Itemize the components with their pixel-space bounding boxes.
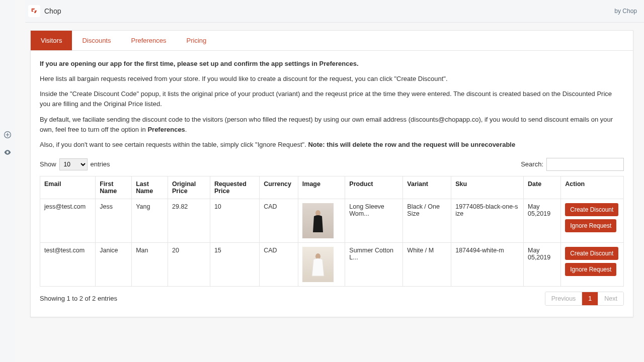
intro-line2: Here lists all bargain requests received…: [40, 74, 624, 84]
cell-currency: CAD: [260, 199, 298, 242]
intro-text: If you are opening our app for the first…: [40, 59, 624, 150]
showing-text: Showing 1 to 2 of 2 entries: [40, 295, 117, 302]
table-row: test@test.com Janice Man 20 15 CAD Summe…: [40, 242, 624, 286]
col-variant[interactable]: Variant: [403, 176, 451, 199]
view-icon[interactable]: [4, 148, 12, 158]
cell-variant: White / M: [403, 242, 451, 286]
tab-discounts[interactable]: Discounts: [72, 31, 121, 50]
col-first-name[interactable]: First Name: [96, 176, 132, 199]
col-requested-price[interactable]: Requested Price: [210, 176, 259, 199]
col-image[interactable]: Image: [298, 176, 345, 199]
panel-body: If you are opening our app for the first…: [31, 51, 633, 317]
col-currency[interactable]: Currency: [260, 176, 298, 199]
show-label: Show: [40, 160, 56, 168]
create-discount-button[interactable]: Create Discount: [565, 247, 618, 260]
tabs: Visitors Discounts Preferences Pricing: [31, 31, 633, 51]
col-email[interactable]: Email: [40, 176, 96, 199]
pager: Previous 1 Next: [545, 292, 624, 306]
cell-variant: Black / One Size: [403, 199, 451, 242]
entries-label: entries: [91, 160, 110, 168]
cell-date: May 05,2019: [523, 242, 560, 286]
col-sku[interactable]: Sku: [451, 176, 524, 199]
cell-product: Long Sleeve Wom...: [345, 199, 403, 242]
page-size-select[interactable]: 10 25 50 100: [59, 158, 88, 170]
product-thumb: [302, 247, 334, 282]
cell-last-name: Yang: [132, 199, 168, 242]
app-title: Chop: [44, 7, 61, 15]
intro-line3: Inside the "Create Discount Code" popup,…: [40, 89, 624, 109]
product-thumb: [302, 203, 334, 238]
app-badge-icon: [28, 5, 40, 17]
app-byline: by Chop: [614, 8, 637, 15]
pager-page-1[interactable]: 1: [582, 292, 598, 305]
cell-product: Summer Cotton L...: [345, 242, 403, 286]
cell-sku: 19774085-black-one-size: [451, 199, 524, 242]
add-icon[interactable]: [4, 131, 12, 140]
table-footer: Showing 1 to 2 of 2 entries Previous 1 N…: [40, 292, 624, 306]
table-row: jess@test.com Jess Yang 29.82 10 CAD Lon…: [40, 199, 624, 242]
cell-last-name: Man: [132, 242, 168, 286]
col-date[interactable]: Date: [523, 176, 560, 199]
search-label: Search:: [521, 160, 543, 168]
left-rail: [0, 0, 15, 362]
cell-email: jess@test.com: [40, 199, 96, 242]
cell-date: May 05,2019: [523, 199, 560, 242]
cell-first-name: Janice: [96, 242, 132, 286]
col-original-price[interactable]: Original Price: [168, 176, 210, 199]
col-last-name[interactable]: Last Name: [132, 176, 168, 199]
col-action[interactable]: Action: [561, 176, 624, 199]
create-discount-button[interactable]: Create Discount: [565, 203, 618, 216]
cell-original-price: 29.82: [168, 199, 210, 242]
cell-email: test@test.com: [40, 242, 96, 286]
cell-image: [298, 242, 345, 286]
col-product[interactable]: Product: [345, 176, 403, 199]
cell-image: [298, 199, 345, 242]
search-input[interactable]: [546, 158, 624, 171]
pager-next[interactable]: Next: [598, 292, 623, 305]
ignore-request-button[interactable]: Ignore Request: [565, 263, 616, 276]
topbar: Chop by Chop: [25, 0, 644, 23]
intro-line1: If you are opening our app for the first…: [40, 60, 359, 67]
main-panel: Visitors Discounts Preferences Pricing I…: [30, 30, 633, 317]
tab-preferences[interactable]: Preferences: [121, 31, 176, 50]
cell-original-price: 20: [168, 242, 210, 286]
cell-requested-price: 15: [210, 242, 259, 286]
cell-action: Create Discount Ignore Request: [561, 199, 624, 242]
cell-action: Create Discount Ignore Request: [561, 242, 624, 286]
tab-pricing[interactable]: Pricing: [177, 31, 217, 50]
cell-sku: 1874494-white-m: [451, 242, 524, 286]
cell-currency: CAD: [260, 242, 298, 286]
tab-visitors[interactable]: Visitors: [31, 31, 72, 50]
cell-first-name: Jess: [96, 199, 132, 242]
ignore-request-button[interactable]: Ignore Request: [565, 219, 616, 232]
intro-line4: By default, we faciliate sending the dis…: [40, 115, 624, 135]
intro-line5: Also, if you don't want to see certain r…: [40, 140, 624, 150]
requests-table: Email First Name Last Name Original Pric…: [40, 176, 624, 287]
table-controls: Show 10 25 50 100 entries Search:: [40, 158, 624, 171]
cell-requested-price: 10: [210, 199, 259, 242]
pager-previous[interactable]: Previous: [545, 292, 583, 305]
table-header-row: Email First Name Last Name Original Pric…: [40, 176, 624, 199]
